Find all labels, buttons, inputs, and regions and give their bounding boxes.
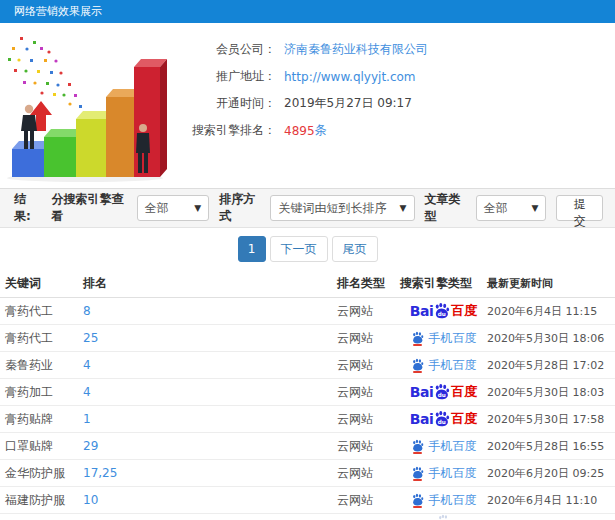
baidu-paw-icon: du bbox=[433, 383, 450, 400]
baidu-mobile-logo: 手机百度 bbox=[411, 357, 477, 374]
rank-type-cell: 云网站 bbox=[337, 357, 400, 374]
keyword-cell: 金华防护服 bbox=[0, 465, 83, 482]
updated-cell: 2020年5月28日 17:02 bbox=[487, 358, 615, 373]
page-1-button[interactable]: 1 bbox=[238, 236, 266, 262]
col-engine-type: 搜索引擎类型 bbox=[400, 275, 487, 292]
field-url: 推广地址： http://www.qlyyjt.com bbox=[180, 63, 428, 90]
rank-link[interactable]: 17,25 bbox=[83, 466, 117, 480]
url-label: 推广地址： bbox=[180, 68, 276, 85]
paw-underline bbox=[413, 452, 422, 454]
updated-cell: 2020年5月30日 17:58 bbox=[487, 412, 615, 427]
engine-filter-label: 分搜索引擎查看 bbox=[52, 191, 131, 225]
rank-link[interactable]: 4 bbox=[83, 358, 91, 372]
filter-bar: 结果: 分搜索引擎查看 全部 ▼ 排序方式 关键词由短到长排序 ▼ 文章类型 全… bbox=[0, 188, 615, 228]
field-open-time: 开通时间： 2019年5月27日 09:17 bbox=[180, 90, 428, 117]
rank-type-cell: 云网站 bbox=[337, 438, 400, 455]
rank-link[interactable]: 1 bbox=[83, 412, 91, 426]
table-row: 金华防护服 17,25 云网站 手机百度 2020年6月20日 09:25 bbox=[0, 460, 615, 487]
col-updated: 最新更新时间 bbox=[487, 276, 615, 291]
bar-chart-illustration bbox=[0, 31, 175, 183]
keyword-cell: 福建防护服 bbox=[0, 492, 83, 509]
rank-type-cell: 云网站 bbox=[337, 330, 400, 347]
rank-type-cell: 云网站 bbox=[337, 465, 400, 482]
baidu-mobile-logo: 手机百度 bbox=[411, 438, 477, 455]
article-type-label: 文章类型 bbox=[425, 191, 470, 225]
baidu-pc-logo: Bai du 百度 bbox=[410, 383, 477, 402]
baidu-mobile-logo: 手机百度 bbox=[411, 465, 477, 482]
baidu-paw-icon: du bbox=[433, 410, 450, 427]
svg-text:du: du bbox=[438, 391, 446, 397]
last-page-button[interactable]: 尾页 bbox=[332, 236, 378, 262]
rank-link[interactable]: 25 bbox=[83, 331, 98, 345]
company-link[interactable]: 济南秦鲁药业科技有限公司 bbox=[284, 41, 428, 58]
member-info: 会员公司： 济南秦鲁药业科技有限公司 推广地址： http://www.qlyy… bbox=[180, 28, 428, 188]
sort-filter-label: 排序方式 bbox=[219, 191, 264, 225]
keyword-cell: 口罩贴牌 bbox=[0, 438, 83, 455]
submit-button[interactable]: 提交 bbox=[556, 195, 603, 221]
sort-select[interactable]: 关键词由短到长排序 ▼ bbox=[270, 195, 414, 221]
baidu-paw-icon bbox=[411, 466, 424, 479]
baidu-pc-logo: Bai du 百度 bbox=[410, 410, 477, 429]
table-row: 膏药代工 8 云网站 Bai du 百度 2020年6月4日 11:15 bbox=[0, 298, 615, 325]
updated-cell: 2020年6月4日 11:15 bbox=[487, 304, 615, 319]
updated-cell: 2020年6月20日 09:25 bbox=[487, 466, 615, 481]
open-time-label: 开通时间： bbox=[180, 95, 276, 112]
rank-link[interactable]: 4 bbox=[83, 385, 91, 399]
baidu-paw-icon bbox=[437, 514, 450, 520]
col-keyword: 关键词 bbox=[0, 275, 83, 292]
table-row: 膏药加工 4 云网站 Bai du 百度 2020年5月30日 18:03 bbox=[0, 379, 615, 406]
table-row: 福建防护服 10 云网站 手机百度 2020年6月4日 11:10 bbox=[0, 487, 615, 514]
chevron-down-icon: ▼ bbox=[194, 203, 201, 213]
updated-cell: 2020年5月30日 18:06 bbox=[487, 331, 615, 346]
rank-count-label: 搜索引擎排名： bbox=[180, 122, 276, 139]
info-section: 会员公司： 济南秦鲁药业科技有限公司 推广地址： http://www.qlyy… bbox=[0, 23, 615, 188]
rank-type-cell: 云网站 bbox=[337, 303, 400, 320]
updated-cell: 2020年5月30日 18:03 bbox=[487, 385, 615, 400]
keyword-cell: 秦鲁药业 bbox=[0, 357, 83, 374]
next-page-button[interactable]: 下一页 bbox=[270, 236, 328, 262]
rank-type-cell: 云网站 bbox=[337, 411, 400, 428]
rank-type-cell: 云网站 bbox=[337, 492, 400, 509]
article-type-select[interactable]: 全部 ▼ bbox=[476, 195, 547, 221]
keyword-cell: 膏药代工 bbox=[0, 330, 83, 347]
field-company: 会员公司： 济南秦鲁药业科技有限公司 bbox=[180, 36, 428, 63]
field-rank-count: 搜索引擎排名： 4895 条 bbox=[180, 117, 428, 144]
bar-chart-illustration-svg bbox=[0, 31, 175, 183]
filter-group: 分搜索引擎查看 全部 ▼ 排序方式 关键词由短到长排序 ▼ 文章类型 全部 ▼ … bbox=[42, 191, 603, 225]
table-row-partial bbox=[0, 514, 615, 520]
chevron-down-icon: ▼ bbox=[531, 203, 538, 213]
svg-text:du: du bbox=[438, 310, 446, 316]
engine-select[interactable]: 全部 ▼ bbox=[137, 195, 210, 221]
keyword-cell: 膏药加工 bbox=[0, 384, 83, 401]
sort-select-value: 关键词由短到长排序 bbox=[278, 200, 386, 217]
col-rank-type: 排名类型 bbox=[337, 275, 400, 292]
table-row: 膏药贴牌 1 云网站 Bai du 百度 2020年5月30日 17:58 bbox=[0, 406, 615, 433]
updated-cell: 2020年6月4日 11:10 bbox=[487, 493, 615, 508]
table-row: 膏药代工 25 云网站 手机百度 2020年5月30日 18:06 bbox=[0, 325, 615, 352]
rank-count-suffix: 条 bbox=[315, 122, 327, 139]
svg-text:du: du bbox=[438, 418, 446, 424]
baidu-paw-icon: du bbox=[433, 302, 450, 319]
rank-link[interactable]: 8 bbox=[83, 304, 91, 318]
baidu-paw-icon bbox=[411, 439, 424, 452]
open-time-value: 2019年5月27日 09:17 bbox=[284, 95, 412, 112]
baidu-paw-icon bbox=[411, 331, 424, 344]
baidu-paw-icon bbox=[411, 493, 424, 506]
promo-url-link[interactable]: http://www.qlyyjt.com bbox=[284, 70, 416, 84]
rank-link[interactable]: 29 bbox=[83, 439, 98, 453]
keyword-cell: 膏药代工 bbox=[0, 303, 83, 320]
article-type-value: 全部 bbox=[484, 200, 508, 217]
paw-underline bbox=[413, 479, 422, 481]
ranking-table: 关键词 排名 排名类型 搜索引擎类型 最新更新时间 膏药代工 8 云网站 Bai… bbox=[0, 270, 615, 520]
baidu-mobile-logo: 手机百度 bbox=[411, 330, 477, 347]
table-header: 关键词 排名 排名类型 搜索引擎类型 最新更新时间 bbox=[0, 270, 615, 298]
page: 网络营销效果展示 bbox=[0, 0, 615, 520]
company-label: 会员公司： bbox=[180, 41, 276, 58]
baidu-pc-logo: Bai du 百度 bbox=[410, 302, 477, 321]
keyword-cell: 膏药贴牌 bbox=[0, 411, 83, 428]
rank-count-value: 4895 bbox=[284, 124, 315, 138]
page-title: 网络营销效果展示 bbox=[14, 5, 102, 18]
rank-link[interactable]: 10 bbox=[83, 493, 98, 507]
pagination: 1 下一页 尾页 bbox=[0, 228, 615, 270]
rank-type-cell: 云网站 bbox=[337, 384, 400, 401]
